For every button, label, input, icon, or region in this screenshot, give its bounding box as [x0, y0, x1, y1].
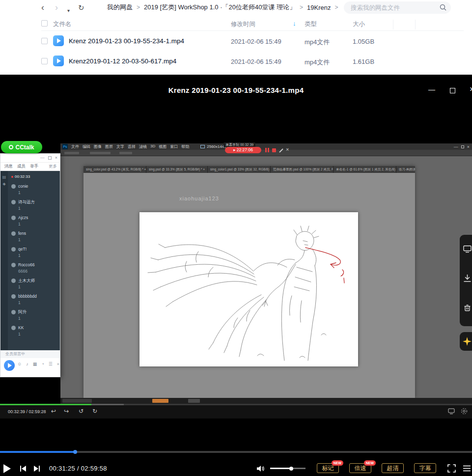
cctalk-toolbar-icon: ☰	[49, 362, 53, 366]
ps-menu-item: 文字	[116, 144, 124, 149]
chat-user-name: Rocco66	[18, 262, 60, 267]
chat-message-text: 1	[18, 237, 60, 242]
recorded-player-bar: 00:32:39 / 02:59:28 ↩ ↪ ↺ ↻	[0, 404, 472, 419]
breadcrumb-separator: >	[300, 4, 303, 11]
sort-desc-icon[interactable]: ↓	[293, 20, 296, 27]
time-display: 00:31:25 / 02:59:58	[49, 465, 107, 472]
file-modified: 2021-02-06 15:49	[231, 58, 281, 65]
red-annotation-arrow	[305, 248, 344, 283]
column-divider	[415, 20, 416, 29]
volume-icon[interactable]	[256, 465, 265, 472]
breadcrumb-item[interactable]: 19Krenz	[307, 4, 331, 11]
cctalk-clock: 00:32:33	[11, 174, 30, 179]
cctalk-toolbar-icon: ♪	[26, 362, 28, 366]
search-icon[interactable]	[440, 4, 446, 11]
previous-button[interactable]	[20, 465, 27, 472]
chat-message-text: 1	[18, 222, 60, 226]
column-type[interactable]: 类型	[305, 20, 317, 28]
close-button[interactable]: ×	[470, 84, 472, 94]
file-type: mp4文件	[305, 38, 330, 47]
record-dot-icon	[11, 176, 13, 178]
avatar	[11, 310, 16, 314]
search-input[interactable]	[351, 1, 434, 14]
taskbar-active-app	[152, 399, 168, 403]
feature-button[interactable]: 超清	[382, 463, 404, 473]
cctalk-rail-icon: ◈	[0, 181, 8, 188]
avatar	[11, 231, 16, 236]
video-file-icon	[53, 56, 64, 66]
breadcrumb-separator: >	[137, 4, 140, 11]
table-row[interactable]: Krenz 2019-01-23 00-19-55-234-1.mp4 2021…	[0, 31, 472, 52]
screen: ‹ › ▾ ↻ 我的网盘 > 2019 [艺类] WorkShop 1.0 ·「…	[0, 0, 472, 476]
recorded-loop-icon: ↻	[92, 407, 97, 415]
chat-message: conie 1	[11, 184, 60, 199]
ps-minimize-icon: —	[454, 144, 458, 149]
history-dropdown-icon[interactable]: ▾	[67, 4, 70, 17]
recorder-stop-icon	[272, 148, 276, 152]
chat-message: Ajczs 1	[11, 215, 60, 231]
feature-button[interactable]: 倍速 NEW	[349, 463, 371, 473]
maximize-button[interactable]	[450, 88, 455, 93]
cctalk-tab: 消息	[4, 164, 13, 169]
chat-message-text: 1	[18, 190, 60, 195]
file-size: 1.05GB	[353, 38, 374, 45]
column-filename[interactable]: 文件名	[53, 20, 72, 28]
forward-icon[interactable]: ›	[55, 1, 58, 14]
minimize-button[interactable]: —	[428, 85, 435, 93]
progress-bar[interactable]	[0, 451, 472, 453]
row-checkbox[interactable]	[41, 38, 48, 44]
avatar	[11, 294, 16, 299]
download-icon[interactable]	[463, 274, 472, 282]
side-toolbar	[460, 235, 472, 326]
cctalk-rail-icon: ▤	[0, 174, 8, 181]
row-checkbox[interactable]	[41, 58, 48, 64]
delete-icon[interactable]	[463, 304, 472, 312]
select-all-checkbox[interactable]	[41, 20, 48, 27]
progress-knob[interactable]	[73, 450, 77, 454]
breadcrumb-item[interactable]: 我的网盘	[107, 3, 133, 12]
recorded-progress-played	[0, 404, 91, 405]
ps-document-window: sing_color.psd @ 43.2% (果实, RGB/8) * ×si…	[83, 166, 415, 398]
volume-slider[interactable]	[270, 468, 305, 469]
ps-resolution: 2560x1440	[200, 144, 226, 149]
breadcrumb-item[interactable]: 2019 [艺类] WorkShop 1.0 ·「20位老师40堂课 理论」	[144, 3, 296, 12]
playlist-icon[interactable]	[463, 465, 471, 472]
sparkle-panel	[460, 332, 472, 351]
next-button[interactable]	[33, 465, 40, 472]
recorded-photoshop-window: Ps 文件编辑图像图层文字选择滤镜3D视图窗口帮助 2560x1440 ▤▦ —…	[60, 143, 472, 404]
cctalk-tab: 举手	[30, 164, 38, 169]
new-badge: NEW	[332, 460, 343, 466]
fullscreen-icon[interactable]	[447, 464, 456, 473]
refresh-icon[interactable]: ↻	[78, 1, 84, 14]
cctalk-titlebar: — ×	[0, 154, 60, 163]
table-row[interactable]: Krenz2019-01-12 20-03-50-617.mp4 2021-02…	[0, 52, 472, 72]
avatar	[11, 216, 16, 220]
sparkle-icon[interactable]	[463, 337, 472, 346]
cctalk-toolbar-icon: ◔	[41, 362, 44, 366]
chat-message: 阿升 1	[11, 309, 60, 325]
feature-button[interactable]: 标记 NEW	[317, 463, 339, 473]
recorded-display-icon	[448, 408, 455, 415]
cctalk-toolbar-icon: ▦	[33, 362, 37, 366]
column-divider	[393, 20, 393, 29]
cctalk-dot-icon	[9, 145, 13, 149]
recorded-forward-icon: ↪	[64, 407, 69, 415]
ps-document-tab: sing_color1.psd @ 33% (图层 32, RGB/8) * ×	[208, 166, 271, 173]
avatar	[11, 326, 16, 330]
video-surface[interactable]: Ps 文件编辑图像图层文字选择滤镜3D视图窗口帮助 2560x1440 ▤▦ —…	[0, 142, 472, 419]
column-size[interactable]: 大小	[353, 20, 365, 28]
play-button[interactable]	[3, 464, 11, 473]
file-list: Krenz 2019-01-23 00-19-55-234-1.mp4 2021…	[0, 31, 472, 72]
file-name[interactable]: Krenz2019-01-12 20-03-50-617.mp4	[69, 57, 176, 65]
volume-knob[interactable]	[289, 467, 293, 471]
player-title: Krenz 2019-01-23 00-19-55-234-1.mp4	[0, 86, 472, 94]
chat-message-text: 1	[18, 253, 60, 258]
file-name[interactable]: Krenz 2019-01-23 00-19-55-234-1.mp4	[69, 37, 184, 45]
ps-close-icon: ×	[467, 144, 470, 149]
back-icon[interactable]: ‹	[41, 1, 44, 14]
video-player-window: Krenz 2019-01-23 00-19-55-234-1.mp4 — × …	[0, 75, 472, 476]
feature-button[interactable]: 字幕	[414, 463, 436, 473]
column-modified[interactable]: 修改时间	[231, 20, 255, 28]
ps-menu-item: 视图	[159, 144, 167, 149]
cast-icon[interactable]	[463, 245, 472, 253]
